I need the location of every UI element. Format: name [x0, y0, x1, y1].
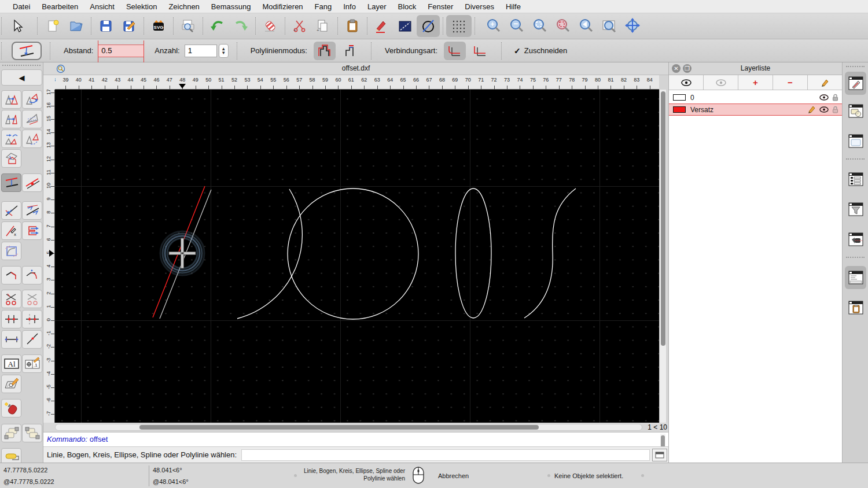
entity-list-dock-button[interactable] — [845, 168, 866, 191]
back-button[interactable]: ◀ — [1, 69, 42, 86]
drawing-canvas[interactable] — [55, 90, 659, 423]
toolbar-drag-handle[interactable] — [1, 42, 5, 60]
add-layer-button[interactable]: + — [738, 75, 773, 90]
draw-attributes-pencil-icon[interactable] — [370, 15, 393, 37]
anzahl-input[interactable] — [185, 45, 217, 57]
redo-button[interactable] — [229, 15, 252, 37]
print-preview-button[interactable] — [176, 15, 200, 37]
connection-sharp-button[interactable] — [469, 42, 491, 60]
clipboard-dock-button[interactable] — [845, 296, 866, 319]
polyline-mode-segment-button[interactable] — [339, 42, 361, 60]
ellipse-entity[interactable] — [455, 188, 491, 318]
circle-entity[interactable] — [288, 188, 418, 319]
vertical-scrollbar-thumb[interactable] — [661, 91, 665, 346]
zoom-auto-button[interactable] — [528, 15, 551, 37]
menu-fang[interactable]: Fang — [309, 2, 338, 11]
menu-diverses[interactable]: Diverses — [459, 2, 500, 11]
tool-rotate-button[interactable] — [22, 90, 42, 109]
paste-button[interactable] — [341, 15, 364, 37]
canvas-vertical-scrollbar[interactable] — [659, 90, 666, 423]
tool-lengthen-button[interactable]: x — [1, 221, 21, 240]
tool-bevel-button[interactable] — [1, 266, 21, 284]
pen-attributes-button[interactable] — [417, 15, 440, 37]
tool-mirror-button[interactable] — [1, 110, 21, 128]
menu-layer[interactable]: Layer — [362, 2, 392, 11]
line-attributes-icon[interactable] — [393, 15, 417, 37]
menu-block[interactable]: Block — [392, 2, 422, 11]
menu-datei[interactable]: Datei — [7, 2, 36, 11]
horizontal-scrollbar-thumb[interactable] — [139, 425, 539, 430]
tool-resize-button[interactable] — [1, 330, 21, 349]
zoom-previous-button[interactable] — [575, 15, 598, 37]
tool-order-up-button[interactable] — [1, 424, 21, 442]
hide-all-layers-button[interactable] — [704, 75, 738, 90]
copy-button[interactable]: + — [311, 15, 334, 37]
menu-fenster[interactable]: Fenster — [422, 2, 459, 11]
tool-break-point-button[interactable] — [22, 330, 42, 349]
command-widget-dock-button[interactable] — [845, 266, 866, 289]
layer-visible-icon[interactable] — [819, 94, 829, 101]
zoom-in-button[interactable]: + — [482, 15, 505, 37]
current-tool-offset-icon[interactable] — [12, 42, 42, 60]
canvas-horizontal-scrollbar[interactable] — [55, 424, 642, 431]
tool-round-corner-button[interactable] — [22, 266, 42, 284]
tool-order-down-button[interactable] — [22, 424, 42, 442]
layer-lock-icon[interactable] — [832, 106, 838, 113]
tool-paint-roller-button[interactable] — [1, 448, 21, 463]
grid-toggle-button[interactable] — [446, 15, 472, 37]
edit-layer-button[interactable] — [808, 75, 842, 90]
menu-hilfe[interactable]: Hilfe — [500, 2, 527, 11]
tool-offset-point-button[interactable] — [22, 173, 42, 192]
tool-edit-dimension-button[interactable]: .1 — [22, 354, 42, 373]
dock-drag-handle[interactable] — [846, 66, 865, 67]
view-dock-button[interactable] — [845, 228, 866, 251]
tool-offset-button[interactable] — [1, 173, 21, 192]
library-browser-dock-button[interactable] — [845, 130, 866, 153]
layer-row-versatz[interactable]: Versatz — [669, 103, 842, 116]
zoom-out-button[interactable]: − — [505, 15, 528, 37]
cut-button[interactable]: + — [288, 15, 311, 37]
menu-selektion[interactable]: Selektion — [120, 2, 163, 11]
tool-trim-two-button[interactable] — [22, 201, 42, 220]
selection-arrow-icon[interactable] — [6, 15, 29, 37]
zoom-window-button[interactable] — [598, 15, 621, 37]
toolbar-drag-handle[interactable] — [37, 17, 41, 35]
remove-layer-button[interactable]: − — [773, 75, 808, 90]
tool-move-rotate-button[interactable] — [1, 130, 21, 148]
layer-list-dock-button[interactable] — [845, 72, 866, 95]
delete-entities-button[interactable] — [259, 15, 282, 37]
tool-edit-text-button[interactable]: Al — [1, 354, 21, 373]
abstand-input[interactable] — [98, 45, 144, 57]
tool-explode-button[interactable] — [1, 399, 21, 417]
menu-bearbeiten[interactable]: Bearbeiten — [36, 2, 84, 11]
menu-bemassung[interactable]: Bemassung — [205, 2, 257, 11]
tool-deform-button[interactable] — [1, 149, 21, 168]
tool-trim-button[interactable] — [1, 201, 21, 220]
connection-round-button[interactable] — [444, 42, 466, 60]
polyline-mode-full-button[interactable] — [314, 42, 336, 60]
layer-lock-icon[interactable] — [832, 94, 838, 101]
menu-ansicht[interactable]: Ansicht — [84, 2, 120, 11]
menu-modifizieren[interactable]: Modifizieren — [257, 2, 309, 11]
layer-color-swatch[interactable] — [673, 94, 686, 101]
show-all-layers-button[interactable] — [669, 75, 704, 90]
command-options-button[interactable] — [652, 449, 667, 461]
open-file-button[interactable] — [65, 15, 88, 37]
save-as-button[interactable] — [117, 15, 141, 37]
tool-edit-hatch-button[interactable] — [1, 375, 21, 393]
tool-stretch-button[interactable] — [1, 310, 21, 328]
layer-edit-pencil-icon[interactable] — [808, 106, 816, 113]
layer-row-0[interactable]: 0 — [669, 91, 842, 103]
zoom-redraw-button[interactable] — [551, 15, 575, 37]
command-input[interactable] — [241, 449, 650, 461]
svg-export-button[interactable]: SVG — [147, 15, 170, 37]
undo-button[interactable] — [206, 15, 229, 37]
document-titlebar[interactable]: offset.dxf — [43, 62, 668, 75]
toolbar-drag-handle[interactable] — [1, 17, 5, 35]
zoom-pan-button[interactable] — [621, 15, 644, 37]
selection-filter-dock-button[interactable] — [845, 198, 866, 221]
tool-stretch-two-button[interactable] — [22, 310, 42, 328]
tool-divide-button[interactable] — [1, 290, 21, 308]
anzahl-stepper[interactable]: ▲▼ — [219, 44, 229, 58]
layer-visible-icon[interactable] — [819, 106, 829, 113]
